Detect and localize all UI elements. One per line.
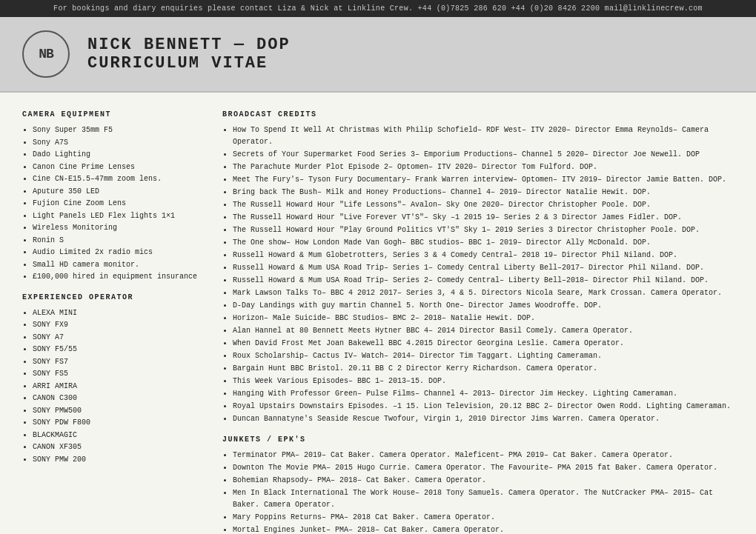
list-item: The One show– How London Made Van Gogh– …	[233, 237, 734, 249]
list-item: Russell Howard & Mum USA Road Trip– Seri…	[233, 275, 734, 287]
left-column: CAMERA EQUIPMENT Sony Super 35mm F5Sony …	[22, 110, 200, 534]
top-banner: For bookings and diary enquiries please …	[0, 0, 756, 17]
header-line2: CURRICULUM VITAE	[87, 54, 291, 73]
list-item: Alan Hannel at 80 Bennett Meets Hytner B…	[233, 325, 734, 337]
list-item: Mortal Engines Junket– PMA– 2018– Cat Ba…	[233, 524, 734, 534]
list-item: Bohemian Rhapsody– PMA– 2018– Cat Baker.…	[233, 475, 734, 487]
list-item: Russell Howard & Mum Globetrotters, Seri…	[233, 250, 734, 261]
main-content: CAMERA EQUIPMENT Sony Super 35mm F5Sony …	[0, 93, 756, 534]
list-item: D-Day Landings with guy martin Channel 5…	[233, 300, 734, 312]
list-item: Light Panels LED Flex lights 1×1	[33, 210, 200, 222]
list-item: Small HD camera monitor.	[33, 259, 200, 271]
list-item: Hanging With Professor Green– Pulse Film…	[233, 388, 734, 400]
list-item: Ronin S	[33, 235, 200, 247]
list-item: Canon Cine Prime Lenses	[33, 161, 200, 173]
list-item: Fujion Cine Zoom Lens	[33, 198, 200, 210]
list-item: Bargain Hunt BBC Bristol. 20.11 BB C 2 D…	[233, 363, 734, 375]
camera-equipment-title: CAMERA EQUIPMENT	[22, 110, 200, 119]
camera-equipment-list: Sony Super 35mm F5Sony A7SDado LightingC…	[22, 124, 200, 283]
list-item: £100,000 hired in equipment insurance	[33, 271, 200, 283]
list-item: Audio Limited 2x radio mics	[33, 247, 200, 258]
experienced-operator-title: EXPERIENCED OPERATOR	[22, 293, 200, 301]
list-item: CANON C300	[33, 393, 200, 404]
junkets-list: Terminator PMA– 2019– Cat Baker. Camera …	[222, 450, 734, 534]
broadcast-title: BROADCAST CREDITS	[222, 110, 734, 119]
list-item: This Week Various Episodes– BBC 1– 2013–…	[233, 376, 734, 387]
list-item: ALEXA MINI	[33, 307, 200, 319]
header-line1: NICK BENNETT — DOP	[87, 36, 291, 54]
junkets-title: JUNKETS / EPK'S	[222, 435, 734, 444]
list-item: Mark Lawson Talks To– BBC 4 2012 2017– S…	[233, 287, 734, 299]
list-item: When David Frost Met Joan Bakewell BBC 4…	[233, 338, 734, 350]
list-item: SONY FX9	[33, 319, 200, 331]
list-item: Cine CN-E15.5–47mm zoom lens.	[33, 173, 200, 185]
list-item: Terminator PMA– 2019– Cat Baker. Camera …	[233, 450, 734, 461]
list-item: SONY PMW 200	[33, 454, 200, 466]
list-item: The Russell Howard Hour "Live Forever VT…	[233, 212, 734, 224]
banner-text: For bookings and diary enquiries please …	[53, 4, 703, 13]
list-item: Aputure 350 LED	[33, 186, 200, 198]
list-item: CANON XF305	[33, 441, 200, 453]
list-item: SONY PDW F800	[33, 417, 200, 429]
list-item: SONY FS7	[33, 356, 200, 368]
experienced-operator-list: ALEXA MINISONY FX9SONY A7SONY F5/55SONY …	[22, 307, 200, 466]
broadcast-list: How To Spend It Well At Christmas With P…	[222, 124, 734, 425]
list-item: SONY FS5	[33, 368, 200, 380]
list-item: Sony Super 35mm F5	[33, 124, 200, 136]
list-item: Horizon– Male Suicide– BBC Studios– BMC …	[233, 313, 734, 324]
logo-circle: NB	[22, 30, 70, 78]
list-item: Bring back The Bush– Milk and Honey Prod…	[233, 187, 734, 198]
list-item: Secrets of Your Supermarket Food Series …	[233, 149, 734, 161]
list-item: Roux Scholarship– Cactus IV– Watch– 2014…	[233, 350, 734, 362]
list-item: SONY F5/55	[33, 344, 200, 356]
list-item: Meet The Fury's– Tyson Fury Documentary–…	[233, 174, 734, 186]
logo-initials: NB	[39, 47, 53, 61]
list-item: ARRI AMIRA	[33, 381, 200, 393]
list-item: How To Spend It Well At Christmas With P…	[233, 124, 734, 148]
right-column: BROADCAST CREDITS How To Spend It Well A…	[222, 110, 734, 534]
list-item: Wireless Monitoring	[33, 222, 200, 234]
list-item: Sony A7S	[33, 137, 200, 149]
list-item: Mary Poppins Returns– PMA– 2018 Cat Bake…	[233, 512, 734, 524]
header: NB NICK BENNETT — DOP CURRICULUM VITAE	[0, 17, 756, 93]
header-title: NICK BENNETT — DOP CURRICULUM VITAE	[87, 36, 291, 73]
list-item: Downton The Movie PMA– 2015 Hugo Currie.…	[233, 462, 734, 474]
list-item: Men In Black International The Work Hous…	[233, 487, 734, 511]
list-item: SONY PMW500	[33, 405, 200, 417]
list-item: BLACKMAGIC	[33, 430, 200, 441]
list-item: Dado Lighting	[33, 149, 200, 161]
list-item: The Russell Howard Hour "Play Ground Pol…	[233, 224, 734, 236]
list-item: Duncan Bannatyne's Seaside Rescue Twofou…	[233, 413, 734, 425]
list-item: SONY A7	[33, 332, 200, 344]
list-item: The Russell Howard Hour "Life Lessons"– …	[233, 199, 734, 211]
list-item: The Parachute Murder Plot Episode 2– Opt…	[233, 161, 734, 173]
list-item: Russell Howard & Mum USA Road Trip– Seri…	[233, 262, 734, 274]
list-item: Royal Upstairs Downstairs Episodes. –1 1…	[233, 401, 734, 413]
